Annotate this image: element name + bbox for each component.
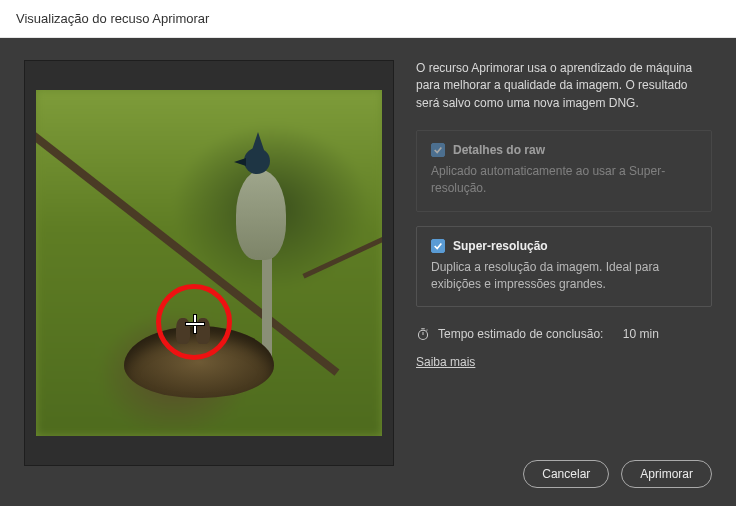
dialog-window: Visualização do recuso Aprimorar O recur…	[0, 0, 736, 506]
side-panel: O recurso Aprimorar usa o aprendizado de…	[416, 60, 712, 488]
preview-image[interactable]	[36, 90, 382, 436]
option-raw-title: Detalhes do raw	[453, 143, 545, 157]
branch-decoration	[302, 206, 382, 278]
option-raw-desc: Aplicado automaticamente ao usar a Super…	[431, 163, 697, 197]
option-raw-header: Detalhes do raw	[431, 143, 697, 157]
svg-line-3	[427, 330, 428, 331]
button-row: Cancelar Aprimorar	[416, 460, 712, 488]
spacer	[416, 369, 712, 452]
option-super-title: Super-resolução	[453, 239, 548, 253]
preview-pane[interactable]	[24, 60, 394, 466]
timer-icon	[416, 327, 430, 341]
estimate-label: Tempo estimado de conclusão:	[438, 327, 603, 341]
checkbox-super-resolution[interactable]	[431, 239, 445, 253]
intro-text: O recurso Aprimorar usa o aprendizado de…	[416, 60, 712, 112]
check-icon	[433, 145, 443, 155]
dialog-content: O recurso Aprimorar usa o aprendizado de…	[0, 38, 736, 506]
bird-decoration	[216, 152, 296, 302]
option-super-desc: Duplica a resolução da imagem. Ideal par…	[431, 259, 697, 293]
checkbox-raw-details	[431, 143, 445, 157]
learn-more-link[interactable]: Saiba mais	[416, 355, 475, 369]
option-super-resolution[interactable]: Super-resolução Duplica a resolução da i…	[416, 226, 712, 308]
enhance-button[interactable]: Aprimorar	[621, 460, 712, 488]
cancel-button[interactable]: Cancelar	[523, 460, 609, 488]
estimate-value: 10 min	[623, 327, 659, 341]
titlebar: Visualização do recuso Aprimorar	[0, 0, 736, 38]
window-title: Visualização do recuso Aprimorar	[16, 11, 209, 26]
check-icon	[433, 241, 443, 251]
option-super-header: Super-resolução	[431, 239, 697, 253]
estimate-row: Tempo estimado de conclusão: 10 min	[416, 327, 712, 341]
highlight-ring	[156, 284, 232, 360]
option-raw-details: Detalhes do raw Aplicado automaticamente…	[416, 130, 712, 212]
